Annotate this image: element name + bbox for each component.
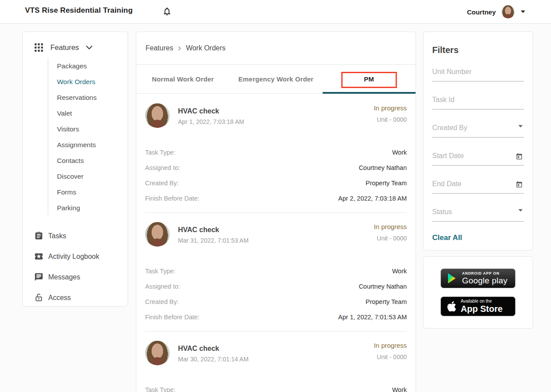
notifications-button[interactable] — [160, 5, 174, 18]
user-menu[interactable]: Courtney — [467, 0, 526, 24]
badge-line1: Available on the — [461, 299, 503, 304]
sidebar-item-label: Discover — [57, 173, 83, 180]
badge-line2: App Store — [461, 304, 503, 314]
lock-open-icon — [34, 293, 43, 303]
sidebar-item-access[interactable]: Access — [34, 287, 128, 308]
field-row: Task Type: Work — [145, 268, 407, 276]
field-row: Finish Before Date: Apr 1, 2022, 7:01:53… — [145, 314, 407, 322]
filter-field-status[interactable] — [432, 205, 524, 222]
field-row: Assigned to: Courtney Nathan — [145, 283, 407, 292]
tab-normal-work-order[interactable]: Normal Work Order — [136, 65, 229, 93]
sidebar-item-valet[interactable]: Valet — [57, 106, 128, 121]
clipboard-tasks-icon — [34, 231, 43, 241]
sidebar-item-label: Tasks — [48, 232, 66, 240]
features-subnav: Packages Work Orders Reservations Valet … — [48, 58, 128, 216]
sidebar-item-visitors[interactable]: Visitors — [57, 121, 128, 137]
clear-all-link[interactable]: Clear All — [432, 233, 462, 242]
work-order-card[interactable]: HVAC check Apr 1, 2022, 7:03:18 AM In pr… — [136, 94, 416, 212]
sidebar-bottom-items: Tasks Activity Logbook Messages Access — [23, 226, 128, 308]
filter-field-created-by[interactable] — [432, 121, 524, 138]
sidebar-item-reservations[interactable]: Reservations — [57, 90, 128, 106]
sidebar-item-label: Work Orders — [57, 78, 96, 86]
tab-emergency-work-order[interactable]: Emergency Work Order — [229, 65, 322, 93]
avatar — [145, 222, 170, 247]
caret-down-icon — [520, 10, 526, 14]
filter-input[interactable] — [432, 205, 524, 222]
work-order-date: Apr 1, 2022, 7:03:18 AM — [178, 118, 244, 125]
app-store-badge[interactable]: Available on the App Store — [441, 297, 515, 316]
sidebar-item-label: Access — [48, 294, 71, 302]
field-value: Property Team — [366, 180, 407, 187]
avatar — [145, 103, 170, 128]
app-badges-panel: ANDROID APP ON Google play Available on … — [423, 256, 533, 328]
work-orders-panel: Features Work Orders Normal Work Order E… — [136, 32, 416, 392]
tab-label: Emergency Work Order — [238, 75, 313, 83]
play-triangle-icon — [447, 272, 458, 284]
field-label: Created By: — [145, 180, 179, 187]
sidebar-item-parking[interactable]: Parking — [57, 200, 128, 216]
work-order-date: Mar 30, 2022, 7:01:14 AM — [178, 356, 249, 363]
filter-field-start-date[interactable] — [432, 149, 524, 166]
calendar-icon — [515, 181, 523, 188]
sidebar-item-label: Parking — [57, 204, 80, 212]
field-label: Assigned to: — [145, 283, 180, 290]
work-order-header: HVAC check Apr 1, 2022, 7:03:18 AM In pr… — [145, 103, 407, 128]
breadcrumb: Features Work Orders — [136, 32, 416, 65]
chat-icon — [34, 272, 43, 282]
field-value: Work — [392, 149, 407, 156]
badge-line1: ANDROID APP ON — [462, 272, 508, 275]
sidebar-item-messages[interactable]: Messages — [34, 267, 128, 287]
breadcrumb-current: Work Orders — [186, 44, 225, 52]
filter-input[interactable] — [432, 121, 524, 138]
sidebar-item-label: Forms — [57, 188, 76, 196]
sidebar-item-packages[interactable]: Packages — [57, 58, 128, 74]
features-label: Features — [50, 43, 79, 52]
sidebar-item-work-orders[interactable]: Work Orders — [57, 74, 128, 90]
chevron-down-icon — [518, 125, 523, 128]
work-order-title: HVAC check — [178, 226, 249, 234]
sidebar-item-features[interactable]: Features — [23, 32, 128, 52]
sidebar: Features Packages Work Orders Reservatio… — [22, 32, 128, 307]
filter-input[interactable] — [432, 93, 524, 109]
work-order-header: HVAC check Mar 31, 2022, 7:01:53 AM In p… — [145, 222, 407, 247]
breadcrumb-parent[interactable]: Features — [146, 44, 173, 52]
filter-input[interactable] — [432, 149, 524, 166]
sidebar-item-discover[interactable]: Discover — [57, 169, 128, 184]
sidebar-item-label: Activity Logbook — [48, 253, 100, 261]
field-label: Task Type: — [145, 268, 175, 275]
field-label: Created By: — [145, 298, 179, 305]
filter-input[interactable] — [432, 177, 524, 194]
sidebar-item-assignments[interactable]: Assignments — [57, 137, 128, 153]
filter-field-unit-number[interactable] — [432, 65, 524, 81]
app-title: VTS Rise Residential Training — [25, 6, 133, 15]
field-value: Apr 2, 2022, 7:03:18 AM — [338, 195, 407, 202]
apps-grid-icon — [34, 42, 43, 52]
sidebar-item-tasks[interactable]: Tasks — [34, 226, 128, 246]
field-value: Work — [392, 268, 407, 275]
app-header: VTS Rise Residential Training Courtney — [0, 0, 551, 24]
work-order-fields: Task Type: Work Assigned to: Courtney Na… — [145, 149, 407, 204]
tab-pm[interactable]: PM — [323, 65, 416, 93]
badge-line2: Google play — [462, 276, 508, 285]
tab-label: Normal Work Order — [152, 75, 214, 83]
unit-label: Unit - 0000 — [374, 235, 407, 242]
avatar — [145, 341, 170, 365]
sidebar-item-label: Contacts — [57, 157, 84, 165]
field-row: Finish Before Date: Apr 2, 2022, 7:03:18… — [145, 195, 407, 204]
sidebar-item-forms[interactable]: Forms — [57, 184, 128, 200]
sidebar-item-contacts[interactable]: Contacts — [57, 153, 128, 169]
status-badge: In progress — [374, 223, 407, 230]
filter-field-end-date[interactable] — [432, 177, 524, 194]
work-order-card[interactable]: HVAC check Mar 30, 2022, 7:01:14 AM In p… — [136, 331, 416, 392]
filter-field-task-id[interactable] — [432, 93, 524, 109]
work-order-card[interactable]: HVAC check Mar 31, 2022, 7:01:53 AM In p… — [136, 212, 416, 331]
unit-label: Unit - 0000 — [374, 353, 407, 360]
filter-input[interactable] — [432, 65, 524, 81]
bell-icon — [162, 7, 172, 16]
sidebar-item-activity-logbook[interactable]: Activity Logbook — [34, 246, 128, 267]
sidebar-item-label: Reservations — [57, 94, 96, 102]
google-play-badge[interactable]: ANDROID APP ON Google play — [441, 268, 515, 288]
right-column: Filters Clear All — [423, 32, 533, 328]
field-row: Assigned to: Courtney Nathan — [145, 164, 407, 173]
apple-logo-icon — [447, 300, 457, 312]
